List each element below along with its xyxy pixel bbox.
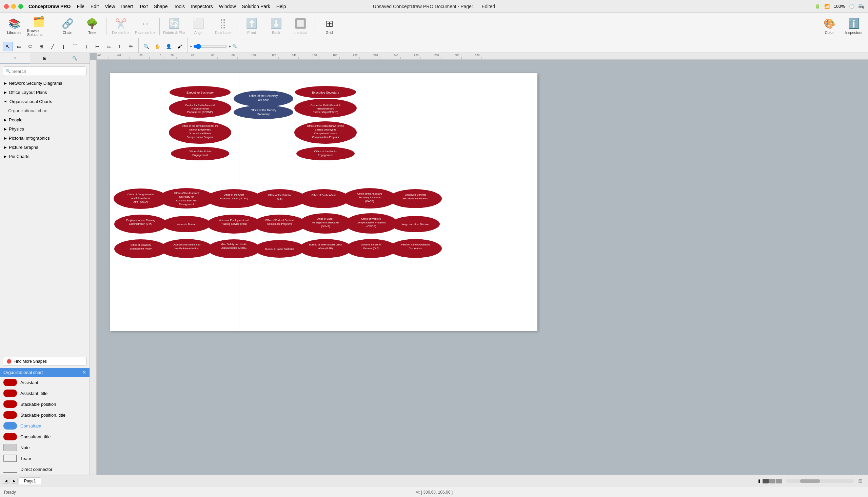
shape-direct-connector[interactable]: Direct connector — [0, 464, 89, 474]
connector-tool[interactable]: ⤵ — [81, 42, 91, 51]
menu-tools[interactable]: Tools — [174, 4, 185, 9]
close-library-icon[interactable]: ✕ — [82, 370, 86, 375]
menu-edit[interactable]: Edit — [90, 4, 99, 9]
canvas-page[interactable]: Executive Secretary Center for Faith-Bas… — [110, 73, 537, 331]
shape-stackable-title[interactable]: Stackable position, title — [0, 410, 89, 421]
menu-solution-park[interactable]: Solution Park — [242, 4, 270, 9]
title-bar: ConceptDraw PRO File Edit View Insert Te… — [0, 0, 868, 13]
polyline-tool[interactable]: ⌒ — [70, 42, 80, 51]
view-mode-2[interactable] — [769, 479, 775, 483]
arc-tool[interactable]: ⌓ — [103, 42, 114, 51]
pen-tool[interactable]: ✏ — [126, 42, 136, 51]
libraries-button[interactable]: 📚 Libraries — [3, 14, 26, 39]
delete-link-button[interactable]: ✂️ Delete link — [109, 14, 132, 39]
zoom-out-tool[interactable]: 🔍 — [141, 42, 151, 51]
nav-pie-charts[interactable]: ▶ Pie Charts — [0, 152, 89, 161]
inspectors-button[interactable]: ℹ️ Inspectors — [842, 14, 865, 39]
rotate-label: Rotate & Flip — [163, 30, 185, 34]
page-tab-1[interactable]: Page1 — [19, 477, 41, 484]
text-tool[interactable]: T — [115, 42, 125, 51]
ellipse-tool[interactable]: ⬭ — [25, 42, 35, 51]
find-more-shapes-button[interactable]: 🔴 Find More Shapes — [3, 357, 87, 366]
nav-org-chart-sub[interactable]: Organizational chart — [0, 106, 89, 115]
line-tool[interactable]: ╱ — [47, 42, 58, 51]
shape-consultant[interactable]: Consultant — [0, 421, 89, 431]
scrollbar-thumb[interactable] — [800, 479, 820, 483]
prev-page-button[interactable]: ◀ — [3, 478, 10, 484]
menu-help[interactable]: Help — [276, 4, 286, 9]
maximize-button[interactable] — [18, 4, 23, 9]
select-tool[interactable]: ↖ — [3, 42, 13, 51]
rotate-flip-button[interactable]: 🔄 Rotate & Flip — [162, 14, 185, 39]
toolbar-separator-5 — [315, 18, 315, 35]
horizontal-scrollbar[interactable] — [786, 479, 854, 483]
svg-text:Bureau of Labor Statistics: Bureau of Labor Statistics — [265, 247, 294, 251]
svg-text:80: 80 — [231, 54, 234, 57]
back-button[interactable]: ⬇️ Back — [265, 14, 287, 39]
shape-assistant-label: Assistant — [20, 380, 38, 385]
pan-tool[interactable]: ✋ — [152, 42, 162, 51]
svg-text:General (OIG): General (OIG) — [363, 247, 380, 250]
menu-window[interactable]: Window — [219, 4, 236, 9]
shape-assistant-title[interactable]: Assistant, title — [0, 388, 89, 399]
libraries-icon: 📚 — [9, 18, 20, 29]
view-mode-3[interactable] — [776, 479, 782, 483]
chain-label: Chain — [63, 30, 73, 34]
nav-physics[interactable]: ▶ Physics — [0, 124, 89, 133]
tab-shapes[interactable]: ≡ — [0, 53, 30, 63]
pause-button[interactable]: ⏸ — [756, 478, 761, 484]
nav-network-security[interactable]: ▶ Network Security Diagrams — [0, 79, 89, 88]
shape-team[interactable]: Team — [0, 453, 89, 464]
nav-pictorial[interactable]: ▶ Pictorial Infographics — [0, 133, 89, 143]
color-button[interactable]: 🎨 Color — [818, 14, 841, 39]
rect-tool[interactable]: ▭ — [14, 42, 24, 51]
front-icon: ⬆️ — [246, 18, 258, 29]
close-button[interactable] — [4, 4, 9, 9]
zoom-slider[interactable] — [193, 44, 227, 49]
nav-people[interactable]: ▶ People — [0, 115, 89, 124]
svg-text:Security Administration: Security Administration — [402, 197, 428, 200]
tab-search[interactable]: 🔍 — [60, 53, 89, 63]
svg-text:Office of Public Affairs: Office of Public Affairs — [311, 194, 336, 197]
curve-tool[interactable]: ∫ — [59, 42, 69, 51]
nav-label-network: Network Security Diagrams — [9, 81, 62, 86]
view-mode-1[interactable] — [763, 479, 769, 483]
nav-arrow-pictorial: ▶ — [4, 136, 7, 140]
identical-button[interactable]: 🔲 Identical — [289, 14, 312, 39]
tree-button[interactable]: 🌳 Tree — [80, 14, 103, 39]
table-tool[interactable]: ⊞ — [36, 42, 46, 51]
tab-grid-view[interactable]: ⊞ — [30, 53, 60, 63]
search-input[interactable] — [12, 69, 84, 74]
zoom-minus[interactable]: − — [190, 44, 192, 48]
reverse-link-button[interactable]: ↔️ Reverse link — [133, 14, 157, 39]
nav-picture-graphs[interactable]: ▶ Picture Graphs — [0, 143, 89, 152]
menu-file[interactable]: File — [76, 4, 84, 9]
person-tool[interactable]: 👤 — [163, 42, 174, 51]
menu-inspectors[interactable]: Inspectors — [191, 4, 213, 9]
chain-button[interactable]: 🔗 Chain — [56, 14, 79, 39]
svg-text:Affair (OCIA): Affair (OCIA) — [133, 200, 148, 203]
nav-office-layout[interactable]: ▶ Office Layout Plans — [0, 88, 89, 97]
front-button[interactable]: ⬆️ Front — [240, 14, 263, 39]
shape-assistant[interactable]: Assistant — [0, 377, 89, 388]
menu-view[interactable]: View — [105, 4, 115, 9]
nav-org-charts[interactable]: ▼ Organizational Charts — [0, 97, 89, 106]
browse-solutions-button[interactable]: 🗂️ Browse Solutions — [27, 14, 50, 39]
paint-tool[interactable]: 🖌 — [175, 42, 185, 51]
shape-note[interactable]: Note — [0, 442, 89, 453]
zoom-plus[interactable]: + — [229, 44, 230, 48]
main-toolbar: 📚 Libraries 🗂️ Browse Solutions 🔗 Chain … — [0, 13, 868, 40]
shape-stackable[interactable]: Stackable position — [0, 399, 89, 410]
grid-button[interactable]: ⊞ Grid — [318, 14, 341, 39]
shape-consultant-title[interactable]: Consultant, title — [0, 431, 89, 442]
team-preview — [3, 455, 17, 462]
minimize-button[interactable] — [11, 4, 16, 9]
ortho-tool[interactable]: ⊢ — [92, 42, 102, 51]
next-page-button[interactable]: ▶ — [11, 478, 18, 484]
distribute-button[interactable]: ⣿ Distribute — [211, 14, 234, 39]
align-button[interactable]: ⬜ Align — [187, 14, 210, 39]
menu-text[interactable]: Text — [139, 4, 148, 9]
canvas-area[interactable]: -60 -40 -20 0 20 40 60 80 100 120 140 16… — [90, 53, 868, 474]
menu-insert[interactable]: Insert — [121, 4, 133, 9]
menu-shape[interactable]: Shape — [154, 4, 168, 9]
